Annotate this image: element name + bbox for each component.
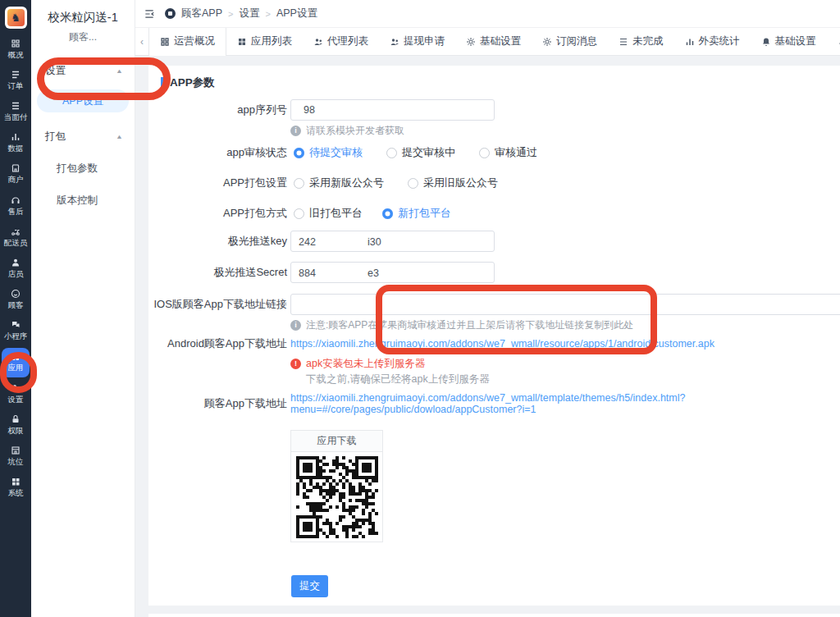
tab-unfinished[interactable]: 未完成 (608, 28, 674, 55)
main-area: 顾客APP > 设置 > APP设置 ‹ 运营概况 应用列表 代理列表 提现申请… (135, 0, 840, 617)
sidebar-item-app-settings[interactable]: APP设置 (37, 89, 129, 112)
rail-item-facepay[interactable]: 当面付 (0, 96, 31, 127)
rail-item-settings[interactable]: 设置 (0, 378, 31, 409)
tab-scroll-left-icon[interactable]: ‹ (140, 36, 144, 48)
people-icon (313, 37, 323, 47)
sidebar-item-package-params[interactable]: 打包参数 (57, 162, 135, 176)
radio-icon (479, 148, 490, 158)
breadcrumb-item-settings[interactable]: 设置 (239, 7, 259, 21)
tab-basic-settings[interactable]: 基础设置 (455, 28, 532, 55)
info-icon: i (290, 320, 301, 331)
app-params-card: APP参数 app序列号 i 请联系模块开发者获取 app审核状态 待提交审核 … (148, 66, 840, 606)
scooter-icon (11, 226, 21, 236)
android-url-label: Android顾客App下载地址 (148, 336, 287, 351)
rail-item-data[interactable]: 数据 (0, 128, 31, 159)
rail-item-system[interactable]: 系统 (0, 473, 31, 504)
tab-withdraw-apply[interactable]: 提现申请 (379, 28, 455, 55)
rail-item-aftersale[interactable]: 售后 (0, 190, 31, 222)
people-icon (390, 37, 399, 47)
sub-sidebar: 校米粒闪送-1 顾客... 设置 ▲ APP设置 打包 ▲ 打包参数 版本控制 (31, 0, 135, 617)
app-download-card: 应用下载 (290, 430, 383, 542)
package-setting-label: APP打包设置 (148, 176, 287, 190)
radio-icon (294, 178, 304, 189)
radio-in-review[interactable]: 提交审核中 (386, 145, 455, 160)
rail-item-clerk[interactable]: 店员 (0, 253, 31, 284)
serial-input[interactable] (290, 99, 495, 121)
jpush-key-input[interactable]: 242 i30 (290, 231, 495, 252)
qr-card-title: 应用下载 (291, 431, 382, 452)
rail-item-apps[interactable]: 应用 (0, 347, 31, 378)
list-icon (619, 37, 628, 47)
error-icon: ! (290, 359, 301, 369)
radio-selected-icon (294, 148, 304, 158)
logo-icon: ♞ (7, 9, 25, 26)
bar-chart-icon (11, 132, 21, 142)
radio-selected-icon (382, 208, 393, 219)
ios-url-input[interactable] (290, 294, 840, 315)
jpush-key-label: 极光推送key (148, 234, 287, 249)
icon-rail: ♞ 概况 订单 当面付 数据 商户 售后 配送员 店员 顾客 小程序 (0, 0, 31, 617)
radio-old-official-account[interactable]: 采用旧版公众号 (408, 176, 498, 190)
breadcrumb-item-app-settings[interactable]: APP设置 (276, 7, 317, 21)
jpush-secret-input[interactable]: 884 e3 (290, 262, 495, 283)
rail-item-overview[interactable]: 概况 (0, 34, 31, 65)
rail-item-miniprogram[interactable]: 小程序 (0, 316, 31, 347)
tab-operation-overview[interactable]: 运营概况 (148, 28, 226, 55)
rail-item-customer[interactable]: 顾客 (0, 285, 31, 316)
tab-takeout-stats[interactable]: 外卖统计 (674, 28, 751, 55)
sidebar-section-settings[interactable]: 设置 ▲ (31, 64, 135, 78)
rail-item-orders[interactable]: 订单 (0, 65, 31, 96)
app-logo[interactable]: ♞ (5, 7, 27, 29)
menu-fold-icon[interactable] (144, 8, 155, 20)
section-accent-bar (161, 77, 163, 89)
chevron-up-icon: ▲ (116, 68, 123, 75)
radio-review-passed[interactable]: 审核通过 (479, 145, 537, 160)
customer-url-label: 顾客App下载地址 (148, 396, 287, 411)
android-error: ! apk安装包未上传到服务器 (290, 357, 425, 371)
android-apk-link[interactable]: https://xiaomili.zhengruimaoyi.com/addon… (290, 338, 714, 350)
rail-item-slot[interactable]: 坑位 (0, 441, 31, 472)
radio-pending-review[interactable]: 待提交审核 (294, 145, 363, 160)
breadcrumb: 顾客APP > 设置 > APP设置 (165, 7, 317, 21)
apps-grid-icon (11, 352, 21, 362)
person-gear-icon (11, 383, 21, 393)
tab-basic-settings-2[interactable]: 基础设置 (751, 28, 827, 55)
breadcrumb-item-app[interactable]: 顾客APP (181, 7, 222, 21)
bar-chart-icon (685, 37, 695, 47)
radio-new-official-account[interactable]: 采用新版公众号 (294, 176, 384, 190)
smile-icon (11, 289, 21, 299)
section-title: APP参数 (170, 75, 215, 90)
radio-new-platform[interactable]: 新打包平台 (382, 206, 451, 221)
sidebar-section-package[interactable]: 打包 ▲ (31, 130, 135, 144)
sidebar-item-version-control[interactable]: 版本控制 (57, 194, 135, 208)
chevron-up-icon: ▲ (116, 134, 123, 140)
android-note: 下载之前,请确保已经将apk上传到服务器 (306, 372, 490, 386)
list-icon (11, 101, 21, 111)
rail-item-permission[interactable]: 权限 (0, 409, 31, 441)
rail-item-courier[interactable]: 配送员 (0, 222, 31, 253)
radio-old-platform[interactable]: 旧打包平台 (294, 206, 363, 221)
serial-label: app序列号 (148, 103, 287, 117)
info-icon: i (290, 126, 301, 136)
booth-icon (11, 446, 21, 455)
customer-app-link[interactable]: https://xiaomili.zhengruimaoyi.com/addon… (290, 392, 840, 415)
review-status-label: app审核状态 (148, 145, 287, 160)
tab-app-list[interactable]: 应用列表 (226, 28, 303, 55)
gear-icon (542, 37, 552, 47)
apps-grid-icon (237, 37, 247, 47)
list-icon (11, 70, 21, 80)
tab-agent-list[interactable]: 代理列表 (303, 28, 379, 55)
tab-bottom-nav[interactable]: 底部导航 (827, 28, 840, 55)
bell-icon (838, 37, 840, 47)
rail-item-merchant[interactable]: 商户 (0, 159, 31, 190)
submit-button[interactable]: 提交 (291, 575, 328, 597)
grid-icon (11, 39, 21, 48)
qr-code (291, 452, 382, 538)
app-mini-icon (165, 8, 176, 19)
breadcrumb-separator: > (228, 9, 233, 19)
serial-hint: i 请联系模块开发者获取 (290, 124, 404, 138)
person-icon (11, 258, 21, 267)
bell-icon (761, 37, 771, 47)
tab-subscribe-message[interactable]: 订阅消息 (532, 28, 608, 55)
breadcrumb-separator: > (265, 9, 270, 19)
